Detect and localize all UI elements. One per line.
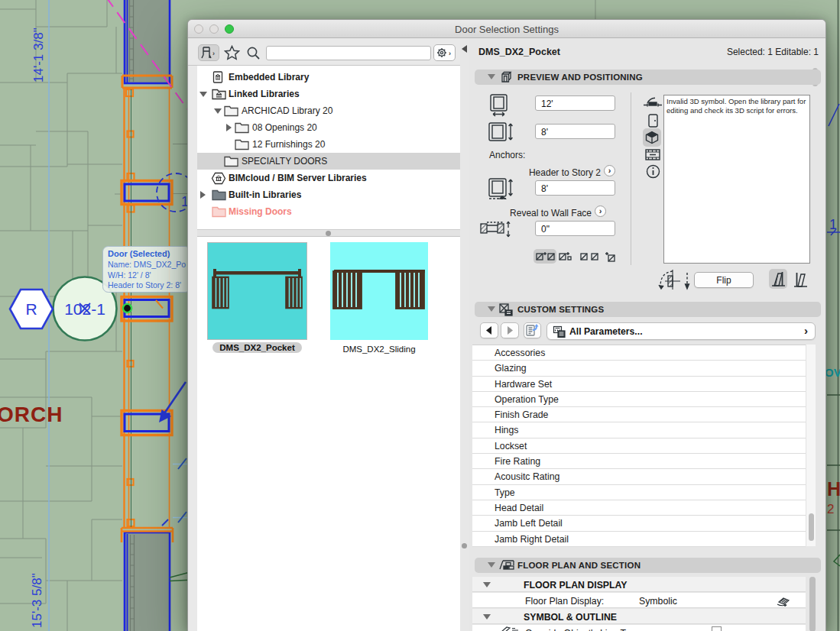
group-collapse-icon[interactable] [483, 614, 491, 620]
parameter-row[interactable]: Glazing [472, 361, 806, 376]
info-icon[interactable] [646, 164, 660, 179]
expand-triangle-icon[interactable] [226, 124, 232, 131]
door-height-field[interactable] [535, 124, 615, 139]
search-icon[interactable] [246, 46, 261, 60]
row-floor-plan-display[interactable]: Floor Plan Display: Symbolic [472, 593, 806, 608]
group-floor-plan-display[interactable]: FLOOR PLAN DISPLAY [472, 577, 806, 592]
floor-plan-scrollbar-thumb[interactable] [809, 577, 816, 631]
door-selection-handle[interactable] [123, 304, 131, 312]
pane-divider[interactable] [460, 38, 469, 631]
tree-item-archicad-library[interactable]: ARCHICAD Library 20 [197, 102, 460, 119]
header-height-icon [487, 177, 516, 200]
floor-plan-display-value[interactable]: Symbolic [639, 596, 677, 607]
row-override-line-types[interactable]: Override Object's Line Types [472, 625, 806, 631]
wall-bottom-segment[interactable] [125, 532, 170, 631]
parameter-label: Lockset [495, 441, 527, 451]
section-floor-plan[interactable]: FLOOR PLAN AND SECTION [475, 558, 821, 573]
previous-parameter-button[interactable] [480, 322, 498, 338]
next-parameter-button[interactable] [501, 322, 519, 338]
tree-item-built-in-libraries[interactable]: Built-in Libraries [197, 186, 460, 203]
parameter-row[interactable]: Type [472, 485, 806, 500]
parameter-scrollbar-thumb[interactable] [809, 513, 814, 541]
thumbnail-dms-dx2-pocket[interactable] [207, 242, 307, 340]
dimension-text-bottom: 15'-3 5/8" [30, 573, 44, 628]
mirror-icon [657, 268, 692, 291]
parameter-row[interactable]: Hardware Set [472, 377, 806, 392]
dialog-titlebar[interactable]: Door Selection Settings [188, 20, 825, 38]
collapse-triangle-icon[interactable] [199, 92, 207, 97]
thumbnail-label-text: DMS_DX2_Pocket [212, 342, 301, 353]
section-collapse-icon[interactable] [488, 562, 495, 568]
tree-item-label: 08 Openings 20 [252, 122, 317, 133]
line-type-pen-icon [500, 626, 520, 631]
parameter-row[interactable]: Lockset [472, 438, 806, 454]
symbolic-display-icon[interactable] [777, 594, 791, 607]
door-swing-right-icon[interactable] [793, 272, 808, 288]
group-symbol-outline[interactable]: SYMBOL & OUTLINE [472, 609, 806, 624]
parameter-row[interactable]: Operation Type [472, 392, 806, 407]
door-width-field[interactable] [535, 95, 615, 111]
zone-circle-label: 102-1 [64, 300, 105, 318]
section-custom-settings[interactable]: CUSTOM SETTINGS [475, 302, 821, 317]
library-browser-pane: › › [188, 38, 460, 631]
parameter-row[interactable]: Jamb Right Detail [472, 532, 806, 547]
group-collapse-icon[interactable] [483, 582, 491, 587]
parameter-row[interactable]: Head Detail [472, 500, 806, 516]
door-frame-icon [500, 71, 513, 83]
header-anchor-menu-button[interactable]: › [604, 165, 615, 176]
tree-item-label: SPECIALTY DOORS [242, 156, 327, 167]
tree-item-08-openings[interactable]: 08 Openings 20 [197, 119, 460, 136]
tree-item-missing-doors[interactable]: Missing Doors [197, 203, 460, 220]
fly-through-icon[interactable] [645, 148, 660, 161]
elevation-view-icon[interactable] [648, 114, 658, 128]
section-collapse-icon[interactable] [488, 74, 495, 79]
parameter-row[interactable]: Finish Grade [472, 407, 806, 422]
search-input[interactable] [266, 46, 431, 60]
tree-item-bimcloud[interactable]: BIMcloud / BIM Server Libraries [197, 170, 460, 186]
folder-icon [235, 139, 249, 150]
parameter-label: Accessories [495, 348, 545, 358]
parameter-row[interactable]: Accessories [472, 345, 806, 361]
zone-hexagon-label: R [25, 300, 37, 318]
reveal-menu-button[interactable]: › [595, 205, 606, 217]
override-line-types-checkbox[interactable] [712, 626, 722, 631]
group-title: SYMBOL & OUTLINE [524, 612, 617, 623]
expand-triangle-icon[interactable] [200, 191, 206, 199]
zone-hexagon[interactable]: R [10, 290, 53, 328]
library-settings-button[interactable]: › [433, 44, 456, 61]
wall-top-segment[interactable] [125, 0, 170, 83]
thumbnail-dms-dx2-sliding[interactable] [330, 242, 428, 340]
favorites-star-icon[interactable] [224, 45, 240, 60]
transfer-settings-button[interactable] [524, 322, 541, 338]
tree-item-specialty-doors[interactable]: SPECIALTY DOORS [197, 153, 460, 170]
tree-item-label: Embedded Library [229, 72, 309, 83]
reveal-field[interactable] [535, 221, 615, 236]
gear-icon: › [434, 45, 455, 60]
tree-item-embedded-library[interactable]: Embedded Library [197, 69, 460, 86]
tree-thumbs-splitter[interactable] [197, 229, 460, 237]
door-selection-settings-dialog: Door Selection Settings › [187, 19, 826, 631]
parameter-row[interactable]: Jamb Left Detail [472, 516, 806, 531]
library-toolbar: › › [188, 38, 460, 66]
collapse-triangle-icon[interactable] [214, 108, 222, 114]
parameter-row[interactable]: Hings [472, 422, 806, 438]
section-preview-positioning[interactable]: PREVIEW AND POSITIONING [475, 70, 821, 85]
flip-button[interactable]: Flip [694, 272, 754, 288]
parameter-row[interactable]: Fire Rating [472, 454, 806, 469]
tree-item-12-furnishings[interactable]: 12 Furnishings 20 [197, 136, 460, 153]
splitter-handle-dot [326, 231, 331, 236]
header-anchor-field[interactable] [535, 180, 615, 196]
tree-item-linked-libraries[interactable]: Linked Libraries [197, 86, 460, 102]
library-view-mode-button[interactable]: › [198, 44, 219, 61]
plan-symbol-view-icon[interactable] [643, 96, 663, 108]
section-collapse-icon[interactable] [488, 306, 495, 312]
parameter-set-dropdown[interactable]: All Parameters... › [546, 322, 816, 340]
custom-settings-icon [498, 303, 514, 316]
thumbnail-label-pocket[interactable]: DMS_DX2_Pocket [207, 343, 307, 352]
collapse-pane-icon[interactable] [461, 44, 468, 53]
floor-plan-scrollbar[interactable] [806, 577, 816, 631]
parameter-list-scrollbar[interactable] [806, 345, 816, 546]
parameter-row[interactable]: Acousitc Rating [472, 469, 806, 484]
forward-arrow-icon [501, 323, 518, 338]
thumbnail-label-sliding[interactable]: DMS_DX2_Sliding [330, 345, 428, 354]
